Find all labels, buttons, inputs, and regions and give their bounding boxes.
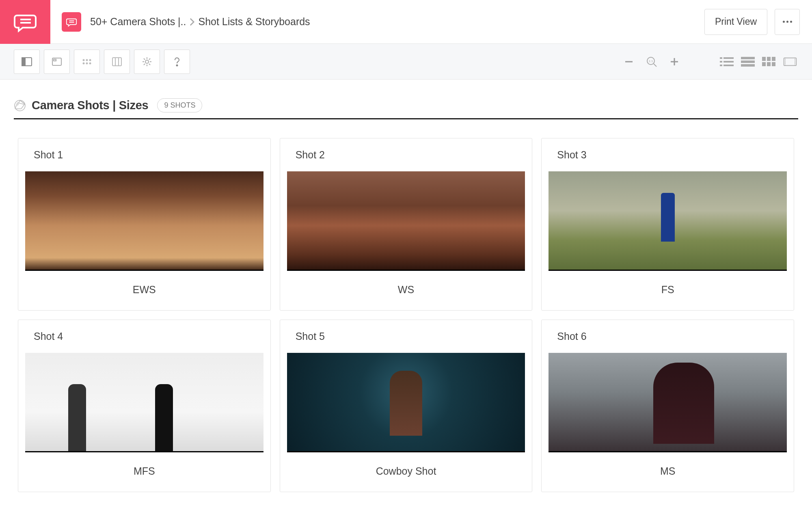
- svg-rect-27: [720, 61, 722, 63]
- list-compact-icon: [720, 56, 734, 67]
- shot-title: Shot 5: [280, 320, 532, 353]
- shot-card[interactable]: Shot 2WS: [280, 138, 533, 311]
- columns-icon: [111, 56, 123, 68]
- svg-rect-5: [22, 58, 25, 66]
- shot-type-label: Cowboy Shot: [280, 452, 532, 492]
- view-mode-group: [719, 55, 798, 69]
- svg-rect-31: [741, 57, 755, 59]
- svg-rect-30: [723, 65, 734, 66]
- list-compact-view-button[interactable]: [719, 55, 735, 69]
- shot-type-label: MS: [542, 452, 794, 492]
- shot-count-badge: 9 SHOTS: [157, 98, 202, 112]
- svg-rect-32: [741, 61, 755, 63]
- section-title: Camera Shots | Sizes: [32, 99, 148, 112]
- gear-icon: [141, 56, 153, 68]
- zoom-in-button[interactable]: [667, 55, 681, 69]
- shot-thumbnail: [549, 171, 787, 271]
- settings-button[interactable]: [134, 50, 160, 74]
- svg-rect-38: [767, 62, 771, 66]
- svg-rect-33: [741, 64, 755, 67]
- shot-thumbnail: [549, 353, 787, 452]
- shot-card[interactable]: Shot 5Cowboy Shot: [280, 320, 533, 492]
- shot-title: Shot 2: [280, 138, 532, 171]
- svg-rect-25: [720, 57, 722, 59]
- plus-icon: [668, 56, 680, 68]
- shot-type-label: EWS: [18, 271, 270, 310]
- shot-type-label: FS: [542, 271, 794, 310]
- svg-rect-35: [767, 57, 771, 61]
- toolbar-left: [14, 50, 190, 74]
- svg-rect-26: [723, 57, 734, 59]
- zoom-out-button[interactable]: [622, 55, 636, 69]
- breadcrumb-current: Shot Lists & Storyboards: [198, 16, 310, 28]
- shot-thumbnail: [287, 171, 525, 271]
- grid-button[interactable]: [74, 50, 100, 74]
- svg-rect-28: [723, 61, 734, 63]
- svg-rect-36: [772, 57, 775, 61]
- svg-rect-7: [54, 59, 56, 61]
- shot-type-label: MFS: [18, 452, 270, 492]
- sidebar-toggle-button[interactable]: [14, 50, 40, 74]
- shot-card[interactable]: Shot 3FS: [541, 138, 794, 311]
- svg-rect-14: [112, 58, 121, 66]
- columns-button[interactable]: [104, 50, 130, 74]
- shot-card[interactable]: Shot 1EWS: [18, 138, 271, 311]
- svg-point-8: [83, 59, 85, 61]
- project-icon[interactable]: [62, 12, 81, 32]
- grid-dots-icon: [81, 56, 93, 68]
- svg-point-13: [89, 62, 91, 64]
- breadcrumb-root[interactable]: 50+ Camera Shots |..: [90, 16, 186, 28]
- frame-button[interactable]: [44, 50, 70, 74]
- list-icon: [741, 56, 755, 67]
- help-button[interactable]: [164, 50, 190, 74]
- aperture-icon: [14, 99, 26, 112]
- print-view-button[interactable]: Print View: [704, 9, 767, 35]
- zoom-reset-button[interactable]: 1:1: [645, 55, 659, 69]
- shot-grid: Shot 1EWSShot 2WSShot 3FSShot 4MFSShot 5…: [0, 119, 812, 510]
- filmstrip-view-button[interactable]: [782, 55, 798, 69]
- app-logo[interactable]: [0, 0, 50, 44]
- app-header: 50+ Camera Shots |.. Shot Lists & Storyb…: [0, 0, 812, 44]
- shot-title: Shot 3: [542, 138, 794, 171]
- svg-rect-40: [784, 58, 797, 65]
- list-view-button[interactable]: [740, 55, 756, 69]
- svg-point-9: [86, 59, 88, 61]
- toolbar-right: 1:1: [622, 55, 798, 69]
- more-menu-button[interactable]: [775, 9, 800, 35]
- svg-text:1:1: 1:1: [648, 59, 653, 63]
- chat-bubble-icon: [66, 16, 77, 28]
- shot-thumbnail: [25, 353, 263, 452]
- shot-card[interactable]: Shot 6MS: [541, 320, 794, 492]
- filmstrip-icon: [783, 56, 797, 67]
- grid-view-button[interactable]: [761, 55, 777, 69]
- svg-point-17: [145, 60, 149, 63]
- svg-point-11: [83, 62, 85, 64]
- shot-title: Shot 6: [542, 320, 794, 353]
- header-actions: Print View: [704, 9, 812, 35]
- svg-point-10: [89, 59, 91, 61]
- svg-point-12: [86, 62, 88, 64]
- shot-card[interactable]: Shot 4MFS: [18, 320, 271, 492]
- breadcrumb: 50+ Camera Shots |.. Shot Lists & Storyb…: [50, 12, 704, 32]
- more-horizontal-icon: [783, 21, 792, 23]
- svg-rect-39: [772, 62, 775, 66]
- panel-left-icon: [21, 56, 33, 68]
- chevron-right-icon: [189, 17, 195, 26]
- magnifier-icon: 1:1: [646, 56, 658, 68]
- svg-rect-34: [762, 57, 766, 61]
- minus-icon: [623, 56, 635, 68]
- shot-thumbnail: [25, 171, 263, 271]
- svg-rect-37: [762, 62, 766, 66]
- shot-thumbnail: [287, 353, 525, 452]
- frame-icon: [51, 56, 63, 68]
- shot-title: Shot 4: [18, 320, 270, 353]
- toolbar: 1:1: [0, 44, 812, 80]
- svg-rect-29: [720, 65, 722, 66]
- question-icon: [171, 56, 183, 68]
- grid-icon: [762, 56, 776, 67]
- svg-line-21: [654, 64, 657, 67]
- chat-bubble-icon: [13, 10, 37, 34]
- svg-point-18: [177, 65, 178, 66]
- shot-type-label: WS: [280, 271, 532, 310]
- section-header: Camera Shots | Sizes 9 SHOTS: [0, 80, 812, 118]
